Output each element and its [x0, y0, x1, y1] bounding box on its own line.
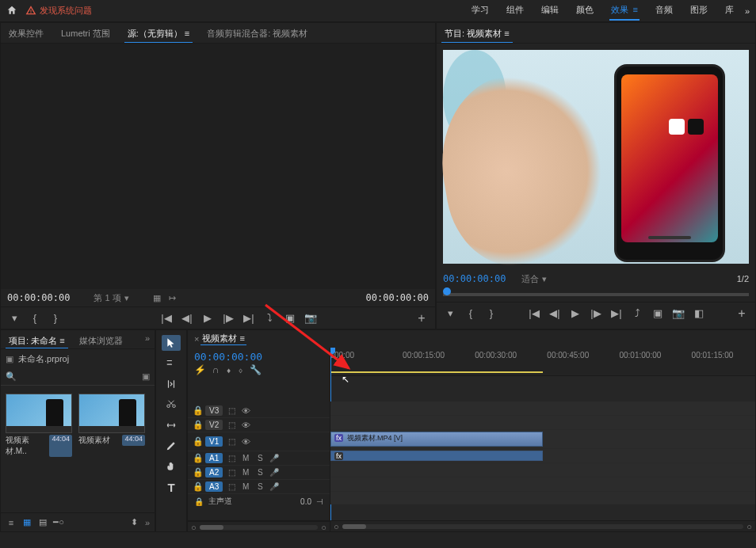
eye-icon[interactable]: 👁	[240, 421, 251, 430]
button-editor-icon[interactable]: +	[735, 306, 749, 321]
track-label[interactable]: A2	[205, 467, 223, 478]
freeform-view-icon[interactable]: ▤	[37, 517, 48, 527]
video-clip[interactable]: fx 视频素材.MP4 [V]	[330, 432, 543, 447]
expand-icon[interactable]: ⊣	[316, 497, 323, 506]
lock-icon[interactable]: 🔒	[193, 420, 202, 430]
solo-button[interactable]: S	[254, 482, 265, 491]
scroll-left-icon[interactable]: ○	[191, 523, 197, 532]
step-forward-icon[interactable]: |▶	[589, 307, 603, 319]
zoom-slider[interactable]: ━○	[53, 517, 64, 527]
mini-playhead[interactable]	[443, 287, 451, 295]
source-viewer[interactable]	[1, 44, 435, 289]
track-target-icon[interactable]: ⬚	[226, 482, 237, 491]
lock-icon[interactable]: 🔒	[194, 497, 204, 506]
track-row-v2[interactable]	[330, 416, 755, 430]
tab-media-browser[interactable]: 媒体浏览器	[76, 333, 126, 348]
audio-clip[interactable]: fx	[330, 451, 543, 461]
add-marker-icon[interactable]: ▾	[7, 312, 21, 324]
vertical-zoom-scrollbar[interactable]	[200, 525, 319, 530]
program-viewer[interactable]	[443, 50, 749, 264]
tab-effect-controls[interactable]: 效果控件	[6, 26, 47, 43]
track-target-icon[interactable]: ⬚	[226, 406, 237, 415]
workspace-tab-audio[interactable]: 音频	[654, 1, 674, 21]
workspace-tab-graphics[interactable]: 图形	[689, 1, 709, 21]
linked-selection-icon[interactable]: ∩	[212, 364, 220, 375]
home-icon[interactable]	[6, 5, 17, 17]
lock-icon[interactable]: 🔒	[193, 436, 202, 447]
voice-over-icon[interactable]: 🎤	[269, 454, 280, 462]
mute-button[interactable]: M	[240, 454, 251, 462]
track-header-a1[interactable]: 🔒 A1 ⬚ M S 🎤	[188, 451, 330, 466]
mark-out-icon[interactable]: }	[484, 307, 498, 319]
selection-tool[interactable]	[162, 335, 181, 351]
source-tc-right[interactable]: 00:00:00:00	[366, 292, 429, 303]
overwrite-icon[interactable]: ▣	[283, 312, 297, 324]
track-header-a3[interactable]: 🔒 A3 ⬚ M S 🎤	[188, 480, 330, 494]
overflow-icon[interactable]: »	[145, 333, 150, 348]
program-mini-timeline[interactable]	[443, 287, 749, 302]
wrench-icon[interactable]: 🔧	[250, 364, 262, 375]
track-header-v3[interactable]: 🔒 V3 ⬚ 👁	[188, 404, 330, 418]
workspace-tab-libraries[interactable]: 库	[724, 1, 735, 21]
track-row-a1[interactable]: fx	[330, 449, 755, 463]
horizontal-zoom-scrollbar[interactable]	[342, 524, 744, 529]
icon-view-icon[interactable]: ▦	[21, 517, 32, 527]
track-row-v1[interactable]: fx 视频素材.MP4 [V]	[330, 430, 755, 449]
fit-dropdown[interactable]: 适合 ▾	[521, 273, 547, 285]
mark-in-icon[interactable]: {	[28, 312, 42, 324]
export-frame-icon[interactable]: 📷	[671, 307, 685, 319]
track-label[interactable]: V1	[205, 436, 223, 447]
workspace-tab-editing[interactable]: 编辑	[540, 1, 560, 21]
lock-icon[interactable]: 🔒	[193, 405, 202, 416]
track-target-icon[interactable]: ⬚	[226, 421, 237, 429]
track-label[interactable]: A1	[205, 453, 223, 463]
voice-over-icon[interactable]: 🎤	[269, 468, 280, 477]
button-editor-icon[interactable]: +	[414, 311, 429, 325]
timeline-ruler[interactable]: c00:00 00:00:15:00 00:00:30:00 00:00:45:…	[330, 348, 755, 376]
track-select-tool[interactable]	[162, 356, 181, 371]
bin-item[interactable]: 视频素材.M.. 44:04	[6, 394, 72, 459]
workspace-tab-assembly[interactable]: 组件	[505, 1, 525, 21]
search-icon[interactable]: 🔍	[6, 371, 17, 382]
timeline-sequence-name[interactable]: 视频素材 ≡	[200, 333, 246, 345]
program-tc-left[interactable]: 00:00:00:00	[443, 273, 506, 284]
lock-icon[interactable]: 🔒	[193, 453, 202, 463]
overflow-icon[interactable]: »	[145, 518, 150, 527]
compare-icon[interactable]: ◧	[692, 307, 706, 319]
solo-button[interactable]: S	[254, 454, 265, 462]
filter-bin-icon[interactable]: ▣	[142, 371, 150, 382]
timeline-tracks-area[interactable]: c00:00 00:00:15:00 00:00:30:00 00:00:45:…	[330, 348, 755, 520]
master-track-header[interactable]: 🔒 主声道 0.0 ⊣	[188, 494, 330, 508]
lift-icon[interactable]: ⤴	[630, 307, 644, 319]
overflow-icon[interactable]: »	[745, 6, 750, 16]
eye-icon[interactable]: 👁	[240, 406, 251, 416]
track-target-icon[interactable]: ⬚	[226, 437, 237, 446]
go-to-out-icon[interactable]: ▶|	[242, 312, 256, 324]
scroll-right-icon[interactable]: ○	[746, 522, 752, 531]
scroll-right-icon[interactable]: ○	[321, 523, 326, 532]
master-level[interactable]: 0.0	[300, 497, 311, 506]
system-warning[interactable]: 发现系统问题	[25, 5, 92, 17]
tab-audio-clip-mixer[interactable]: 音频剪辑混合器: 视频素材	[204, 26, 311, 43]
track-target-icon[interactable]: ⬚	[226, 468, 237, 477]
eye-icon[interactable]: 👁	[240, 437, 251, 447]
bin-item[interactable]: 视频素材 44:04	[78, 394, 145, 459]
track-label[interactable]: V3	[205, 405, 223, 416]
pen-tool[interactable]	[162, 438, 181, 454]
voice-over-icon[interactable]: 🎤	[269, 482, 280, 491]
in-out-bar[interactable]	[330, 371, 543, 373]
mark-out-icon[interactable]: }	[48, 312, 63, 324]
go-to-out-icon[interactable]: ▶|	[609, 307, 624, 319]
razor-tool[interactable]	[162, 397, 181, 413]
add-marker-icon[interactable]: ▾	[443, 307, 457, 319]
marker-icon[interactable]: ⬧	[226, 364, 231, 375]
play-icon[interactable]: ▶	[568, 307, 582, 319]
snap-icon[interactable]: ⚡	[194, 364, 206, 375]
tab-project[interactable]: 项目: 未命名 ≡	[6, 333, 68, 348]
track-header-v1[interactable]: 🔒 V1 ⬚ 👁	[188, 432, 330, 451]
sort-icon[interactable]: ⬍	[129, 517, 140, 527]
source-icon-1[interactable]: ▦	[153, 293, 161, 303]
type-tool[interactable]: T	[162, 479, 181, 495]
list-view-icon[interactable]: ≡	[6, 518, 17, 527]
track-header-a2[interactable]: 🔒 A2 ⬚ M S 🎤	[188, 466, 330, 480]
